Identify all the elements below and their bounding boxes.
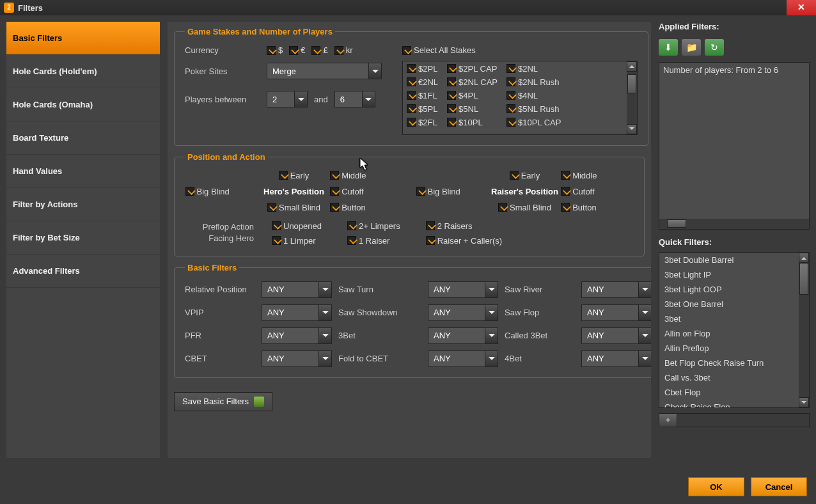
- stake-checkbox[interactable]: €2NL: [407, 77, 438, 87]
- saw-river-dropdown[interactable]: ANY: [581, 281, 651, 298]
- quick-filter-item[interactable]: Cbet Flop: [659, 385, 809, 400]
- raiser-pos-early-checkbox[interactable]: Early: [489, 171, 561, 180]
- ok-button[interactable]: OK: [688, 477, 744, 496]
- players-from-dropdown[interactable]: 2: [267, 91, 308, 107]
- quick-filters-list[interactable]: 3bet Double Barrel 3bet Light IP 3bet Li…: [659, 252, 810, 408]
- quick-filter-item[interactable]: Allin Preflop: [659, 341, 809, 356]
- cbet-dropdown[interactable]: ANY: [262, 350, 332, 367]
- called-3bet-dropdown[interactable]: ANY: [581, 327, 651, 344]
- 3bet-dropdown[interactable]: ANY: [428, 327, 498, 344]
- fold-to-cbet-label: Fold to CBET: [338, 354, 421, 363]
- cancel-button[interactable]: Cancel: [751, 477, 807, 496]
- window-close-button[interactable]: ✕: [787, 0, 816, 15]
- quick-filters-scrollbar[interactable]: [799, 253, 809, 407]
- stake-checkbox[interactable]: $2PL CAP: [447, 64, 498, 74]
- stake-checkbox[interactable]: $2FL: [407, 118, 438, 127]
- scrollbar-thumb[interactable]: [799, 263, 808, 295]
- quick-filter-item[interactable]: 3bet One Barrel: [659, 297, 809, 311]
- right-panel: Applied Filters: ⬇ 📁 ↻ Number of players…: [659, 22, 810, 458]
- vpip-dropdown[interactable]: ANY: [262, 304, 332, 321]
- sidebar-item-filter-by-actions[interactable]: Filter by Actions: [6, 188, 160, 221]
- stake-checkbox[interactable]: $10PL CAP: [506, 118, 561, 127]
- preflop-2raisers-checkbox[interactable]: 2 Raisers: [426, 221, 503, 231]
- raiser-pos-button-checkbox[interactable]: Button: [561, 203, 633, 212]
- quick-filter-item[interactable]: Bet Flop Check Raise Turn: [659, 356, 809, 370]
- stake-checkbox[interactable]: $2NL: [506, 64, 561, 74]
- sidebar-item-advanced-filters[interactable]: Advanced Filters: [6, 255, 160, 288]
- scrollbar-thumb[interactable]: [667, 219, 686, 228]
- sidebar-item-basic-filters[interactable]: Basic Filters: [6, 22, 160, 55]
- currency-gbp-checkbox[interactable]: £: [311, 45, 327, 55]
- relative-position-dropdown[interactable]: ANY: [262, 281, 332, 298]
- scrollbar-thumb[interactable]: [627, 74, 636, 93]
- preflop-1limper-checkbox[interactable]: 1 Limper: [272, 236, 322, 246]
- saw-flop-dropdown[interactable]: ANY: [581, 304, 651, 321]
- quick-filter-item[interactable]: 3bet: [659, 311, 809, 326]
- quick-filter-item[interactable]: 3bet Light IP: [659, 267, 809, 282]
- stake-checkbox[interactable]: $2NL Rush: [506, 77, 561, 87]
- applied-horizontal-scrollbar[interactable]: [659, 219, 809, 229]
- 4bet-dropdown[interactable]: ANY: [581, 350, 651, 367]
- pfr-dropdown[interactable]: ANY: [262, 327, 332, 344]
- hero-pos-bigblind-checkbox[interactable]: Big Blind: [185, 187, 258, 196]
- saw-showdown-dropdown[interactable]: ANY: [428, 304, 498, 321]
- quick-filter-item[interactable]: Allin on Flop: [659, 326, 809, 341]
- hero-pos-early-checkbox[interactable]: Early: [258, 171, 330, 180]
- applied-load-icon[interactable]: ⬇: [659, 39, 678, 56]
- stake-checkbox[interactable]: $10PL: [447, 118, 498, 127]
- raiser-pos-bigblind-checkbox[interactable]: Big Blind: [416, 187, 489, 196]
- saw-turn-dropdown[interactable]: ANY: [428, 281, 498, 298]
- save-basic-filters-button[interactable]: Save Basic Filters: [174, 392, 272, 411]
- window-title: Filters: [18, 3, 43, 13]
- preflop-raiser-callers-checkbox[interactable]: Raiser + Caller(s): [426, 236, 503, 246]
- select-all-stakes-checkbox[interactable]: Select All Stakes: [402, 45, 476, 55]
- saw-showdown-label: Saw Showdown: [338, 308, 421, 317]
- stake-checkbox[interactable]: $4NL: [506, 91, 561, 100]
- preflop-unopened-checkbox[interactable]: Unopened: [272, 221, 322, 231]
- raiser-pos-middle-checkbox[interactable]: Middle: [561, 171, 633, 180]
- sidebar-item-board-texture[interactable]: Board Texture: [6, 122, 160, 155]
- quick-filter-item[interactable]: Call vs. 3bet: [659, 370, 809, 385]
- scroll-up-button[interactable]: [799, 253, 809, 263]
- scroll-up-button[interactable]: [627, 61, 637, 72]
- preflop-1raiser-checkbox[interactable]: 1 Raiser: [347, 236, 400, 246]
- quick-filter-item[interactable]: 3bet Light OOP: [659, 282, 809, 297]
- stake-checkbox[interactable]: $2PL: [407, 64, 438, 74]
- hero-pos-cutoff-checkbox[interactable]: Cutoff: [330, 187, 402, 196]
- stakes-list[interactable]: $2PL €2NL $1FL $5PL $2FL $2PL CAP $2NL C…: [402, 61, 638, 135]
- currency-eur-checkbox[interactable]: €: [289, 45, 305, 55]
- raiser-pos-cutoff-checkbox[interactable]: Cutoff: [561, 187, 633, 196]
- stake-checkbox[interactable]: $5NL Rush: [506, 104, 561, 114]
- sidebar-item-hole-cards-holdem[interactable]: Hole Cards (Hold'em): [6, 55, 160, 88]
- quick-filter-item[interactable]: Check Raise Flop: [659, 400, 809, 408]
- applied-refresh-icon[interactable]: ↻: [705, 39, 724, 56]
- stake-checkbox[interactable]: $2NL CAP: [447, 77, 498, 87]
- sidebar-item-hole-cards-omaha[interactable]: Hole Cards (Omaha): [6, 88, 160, 122]
- stake-checkbox[interactable]: $5PL: [407, 104, 438, 114]
- poker-sites-dropdown[interactable]: Merge: [267, 63, 382, 79]
- hero-position-heading: Hero's Position: [258, 187, 330, 196]
- currency-usd-checkbox[interactable]: $: [267, 45, 283, 55]
- add-quick-filter-button[interactable]: +: [659, 414, 677, 427]
- applied-folder-icon[interactable]: 📁: [682, 39, 701, 56]
- raiser-pos-smallblind-checkbox[interactable]: Small Blind: [489, 203, 561, 212]
- currency-kr-checkbox[interactable]: kr: [334, 45, 353, 55]
- hero-pos-button-checkbox[interactable]: Button: [330, 203, 402, 212]
- applied-filters-list[interactable]: Number of players: From 2 to 6: [659, 62, 810, 230]
- scroll-down-button[interactable]: [799, 397, 809, 407]
- players-to-dropdown[interactable]: 6: [334, 91, 375, 107]
- scroll-down-button[interactable]: [627, 124, 637, 134]
- quick-filter-item[interactable]: 3bet Double Barrel: [659, 253, 809, 267]
- stake-checkbox[interactable]: $1FL: [407, 91, 438, 100]
- chevron-down-icon: [318, 282, 331, 297]
- sidebar-item-filter-by-bet-size[interactable]: Filter by Bet Size: [6, 221, 160, 255]
- quick-filters-header: Quick Filters:: [659, 237, 810, 247]
- fold-to-cbet-dropdown[interactable]: ANY: [428, 350, 498, 367]
- hero-pos-smallblind-checkbox[interactable]: Small Blind: [258, 203, 330, 212]
- hero-pos-middle-checkbox[interactable]: Middle: [330, 171, 402, 180]
- stakes-scrollbar[interactable]: [627, 61, 637, 134]
- stake-checkbox[interactable]: $5NL: [447, 104, 498, 114]
- preflop-2limpers-checkbox[interactable]: 2+ Limpers: [347, 221, 400, 231]
- stake-checkbox[interactable]: $4PL: [447, 91, 498, 100]
- sidebar-item-hand-values[interactable]: Hand Values: [6, 155, 160, 188]
